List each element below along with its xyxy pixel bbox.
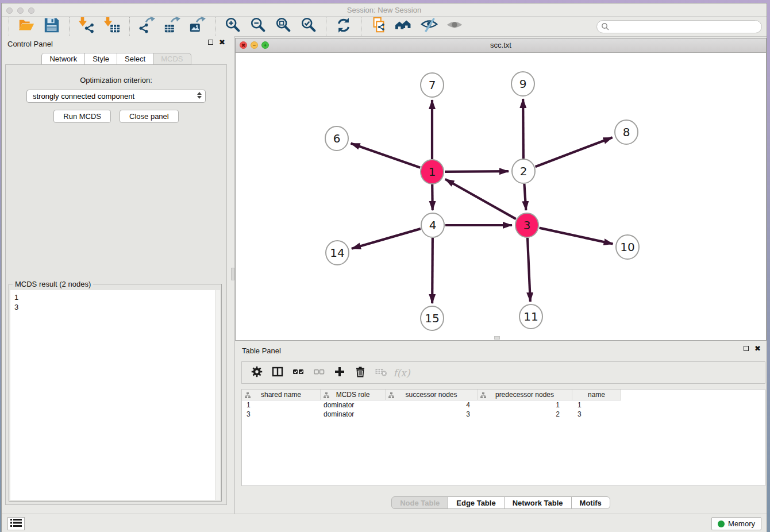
cell-shared-name[interactable]: 3 (242, 410, 321, 419)
float-panel-icon[interactable] (208, 40, 213, 45)
network-resize-handle[interactable] (494, 336, 500, 340)
zoom-in-button[interactable] (223, 17, 242, 36)
network-canvas[interactable]: 7968124314101511 (236, 53, 766, 340)
search-input[interactable] (596, 20, 762, 33)
cell-predecessor-nodes[interactable]: 2 (478, 410, 572, 419)
splitter-handle[interactable] (231, 268, 234, 280)
graph-node-14[interactable]: 14 (326, 241, 349, 265)
table-row[interactable]: 3dominator323 (242, 410, 765, 419)
cell-predecessor-nodes[interactable]: 1 (478, 400, 572, 410)
table-tabs: Node TableEdge TableNetwork TableMotifs (235, 496, 767, 509)
delete-row-button[interactable] (350, 364, 371, 381)
svg-text:8: 8 (623, 125, 630, 139)
delete-table-icon (375, 365, 387, 380)
column-header-successor-nodes[interactable]: successor nodes (386, 390, 478, 400)
zoom-fit-button[interactable] (274, 17, 293, 36)
export-image-button[interactable] (188, 17, 207, 36)
tab-motifs[interactable]: Motifs (571, 496, 610, 509)
export-table-button[interactable] (163, 17, 182, 36)
zoom-selected-button[interactable] (299, 17, 318, 36)
graph-node-15[interactable]: 15 (421, 306, 444, 330)
search-wrap (596, 20, 762, 33)
column-header-name[interactable]: name (572, 390, 621, 400)
svg-text:2: 2 (520, 164, 528, 178)
settings-button[interactable] (247, 364, 267, 381)
edge-3-1[interactable] (445, 179, 516, 219)
import-table-button[interactable] (102, 17, 122, 36)
edge-2-8[interactable] (536, 137, 613, 167)
edge-3-11[interactable] (528, 238, 530, 302)
graph-node-10[interactable]: 10 (616, 235, 639, 259)
cell-name[interactable]: 3 (572, 410, 621, 419)
edge-2-3[interactable] (524, 184, 526, 210)
duplicate-network-button[interactable] (369, 17, 388, 36)
select-all-button[interactable] (288, 364, 309, 381)
import-network-button[interactable] (77, 17, 97, 36)
edge-1-2[interactable] (445, 171, 509, 172)
refresh-button[interactable] (334, 17, 353, 36)
tab-network-table[interactable]: Network Table (504, 496, 572, 509)
float-table-panel-icon[interactable] (744, 346, 749, 351)
memory-button[interactable]: Memory (711, 517, 761, 530)
hide-selected-icon (421, 17, 438, 36)
column-header-shared-name[interactable]: shared name (242, 390, 321, 400)
column-header-predecessor-nodes[interactable]: predecessor nodes (478, 390, 572, 400)
tab-select[interactable]: Select (117, 53, 153, 65)
cell-MCDS-role[interactable]: dominator (321, 410, 386, 419)
toolbar-separator (215, 17, 215, 36)
close-panel-button[interactable]: Close panel (120, 110, 179, 123)
columns-button[interactable] (267, 364, 288, 381)
cell-shared-name[interactable]: 1 (242, 400, 321, 410)
dropdown-stepper-icon (197, 92, 202, 99)
tab-network[interactable]: Network (41, 53, 85, 65)
deselect-all-button[interactable] (309, 364, 329, 381)
cell-MCDS-role[interactable]: dominator (321, 400, 386, 410)
task-history-button[interactable] (7, 517, 25, 530)
edge-4-14[interactable] (352, 229, 421, 249)
show-all-button[interactable] (445, 17, 464, 36)
svg-text:10: 10 (620, 240, 634, 254)
window-title: Session: New Session (2, 6, 767, 14)
tab-node-table[interactable]: Node Table (391, 496, 448, 509)
tab-style[interactable]: Style (84, 53, 117, 65)
zoom-out-button[interactable] (248, 17, 268, 36)
graph-node-6[interactable]: 6 (325, 126, 348, 151)
result-scrollbar[interactable] (215, 290, 220, 500)
close-table-panel-icon[interactable]: ✖ (754, 346, 761, 351)
graph-node-3[interactable]: 3 (515, 213, 538, 237)
graph-node-1[interactable]: 1 (421, 160, 444, 184)
tab-edge-table[interactable]: Edge Table (448, 496, 504, 509)
add-row-button[interactable] (329, 364, 350, 381)
save-session-button[interactable] (42, 17, 61, 36)
edge-1-6[interactable] (351, 144, 421, 168)
graph-node-9[interactable]: 9 (511, 72, 534, 96)
table-row[interactable]: 1dominator411 (242, 400, 765, 410)
graph-node-11[interactable]: 11 (519, 304, 542, 329)
edge-2-9[interactable] (523, 99, 523, 159)
cell-successor-nodes[interactable]: 4 (386, 400, 478, 410)
open-session-button[interactable] (17, 17, 36, 36)
graph-node-7[interactable]: 7 (421, 73, 444, 97)
column-header-MCDS-role[interactable]: MCDS role (321, 390, 386, 400)
network-window: ✖ − + scc.txt 7968124314101511 (235, 38, 767, 341)
tab-mcds[interactable]: MCDS (153, 53, 191, 65)
cell-name[interactable]: 1 (572, 400, 621, 410)
graph-node-2[interactable]: 2 (512, 159, 535, 183)
run-mcds-button[interactable]: Run MCDS (53, 110, 111, 123)
mcds-result-text[interactable]: 1 3 (10, 290, 220, 500)
hide-selected-button[interactable] (419, 17, 439, 36)
delete-row-icon (354, 365, 367, 380)
first-neighbors-button[interactable] (394, 17, 414, 36)
graph-node-4[interactable]: 4 (421, 213, 444, 237)
mcds-result-box: MCDS result (2 nodes) 1 3 (9, 284, 222, 502)
edge-4-15[interactable] (432, 238, 433, 303)
svg-text:15: 15 (425, 311, 439, 325)
settings-icon (251, 365, 263, 380)
cell-successor-nodes[interactable]: 3 (386, 410, 478, 419)
edge-3-10[interactable] (539, 228, 613, 244)
close-panel-icon[interactable]: ✖ (219, 40, 225, 45)
vertical-splitter[interactable] (231, 36, 235, 514)
criterion-dropdown[interactable]: strongly connected component (26, 90, 206, 103)
graph-node-8[interactable]: 8 (615, 120, 638, 144)
export-network-button[interactable] (137, 17, 157, 36)
